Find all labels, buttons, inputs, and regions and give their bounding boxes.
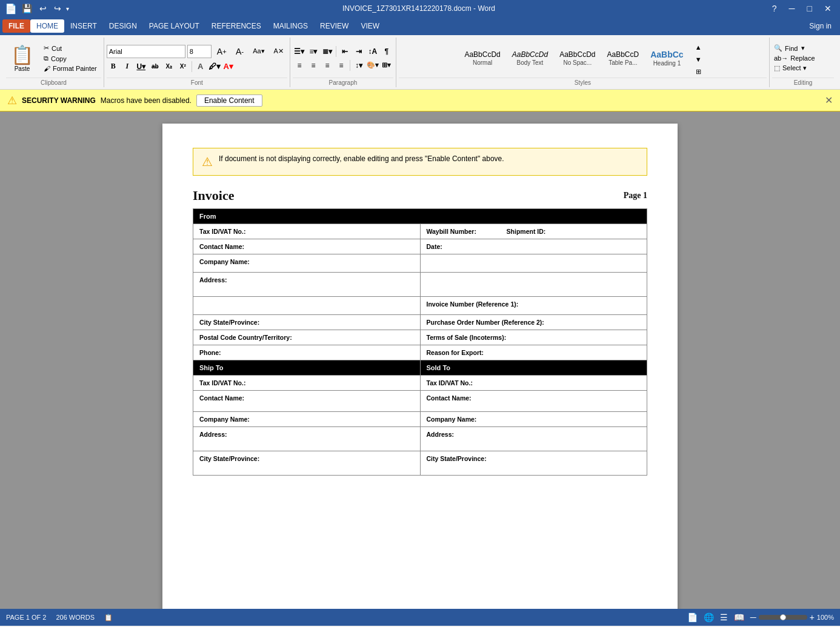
italic-button[interactable]: I — [121, 61, 134, 73]
minimize-button[interactable]: ─ — [785, 2, 799, 15]
copy-button[interactable]: ⧉ Copy — [42, 54, 99, 63]
title-bar: 📄 💾 ↩ ↪ ▾ INVOICE_1Z7301XR1412220178.doc… — [0, 0, 840, 17]
subscript-button[interactable]: X₂ — [162, 61, 176, 73]
enable-content-button[interactable]: Enable Content — [196, 95, 262, 107]
style-table-para[interactable]: AaBbCcD Table Pa... — [602, 48, 645, 68]
show-formatting-button[interactable]: ¶ — [380, 45, 393, 58]
bullets-button[interactable]: ☰▾ — [293, 45, 306, 58]
sold-contact: Contact Name: — [420, 391, 647, 412]
sort-button[interactable]: ↕A — [366, 45, 379, 58]
view-reading-icon[interactable]: 📖 — [734, 612, 744, 622]
divider3 — [350, 60, 350, 71]
close-button[interactable]: ✕ — [821, 2, 835, 15]
menu-page-layout[interactable]: PAGE LAYOUT — [143, 19, 205, 33]
replace-icon: ab→ — [774, 55, 788, 62]
align-center-button[interactable]: ≡ — [307, 59, 320, 71]
view-web-icon[interactable]: 🌐 — [704, 612, 714, 622]
from-invoice-num: Invoice Number (Reference 1): — [420, 297, 647, 315]
editing-group-label[interactable]: Editing — [772, 78, 834, 87]
paste-button[interactable]: 📋 Paste — [6, 42, 38, 75]
content-warning-text: If document is not displaying correctly,… — [219, 154, 504, 163]
font-color-button[interactable]: A▾ — [222, 61, 235, 73]
borders-button[interactable]: ⊞▾ — [380, 59, 393, 71]
menu-mailings[interactable]: MAILINGS — [267, 19, 314, 33]
style-normal[interactable]: AaBbCcDd Normal — [459, 48, 505, 68]
menu-home[interactable]: HOME — [30, 19, 64, 33]
zoom-slider[interactable] — [759, 615, 807, 620]
highlight-button[interactable]: 🖊▾ — [208, 61, 221, 73]
menu-view[interactable]: VIEW — [355, 19, 385, 33]
style-body-text[interactable]: AaBbCcDd Body Text — [507, 48, 553, 68]
strikethrough-button[interactable]: ab — [148, 61, 162, 73]
text-effects-button[interactable]: A — [194, 61, 207, 73]
menu-bar: FILE HOME INSERT DESIGN PAGE LAYOUT REFE… — [0, 17, 840, 35]
quick-access-undo[interactable]: ↩ — [37, 4, 49, 13]
change-case-button[interactable]: Aa▾ — [249, 45, 268, 58]
cut-button[interactable]: ✂ Cut — [42, 44, 99, 53]
zoom-control: ─ + 100% — [750, 612, 834, 622]
from-row-2: Contact Name: Date: — [193, 239, 647, 254]
zoom-in-button[interactable]: + — [810, 612, 815, 622]
content-warning-box: ⚠ If document is not displaying correctl… — [193, 148, 647, 176]
align-right-button[interactable]: ≡ — [321, 59, 334, 71]
multilevel-button[interactable]: ≣▾ — [321, 45, 334, 58]
replace-button[interactable]: ab→ Replace — [772, 54, 834, 62]
styles-group-label[interactable]: Styles — [399, 78, 767, 87]
font-group-label[interactable]: Font — [107, 78, 287, 87]
from-phone: Phone: — [193, 345, 421, 360]
restore-button[interactable]: □ — [804, 2, 816, 15]
justify-button[interactable]: ≡ — [335, 59, 348, 71]
from-company: Company Name: — [193, 254, 421, 273]
sign-in-button[interactable]: Sign in — [803, 19, 838, 33]
line-spacing-button[interactable]: ↕▾ — [352, 59, 365, 71]
shading-button[interactable]: 🎨▾ — [366, 59, 379, 71]
underline-button[interactable]: U▾ — [135, 61, 148, 73]
from-po-num: Purchase Order Number (Reference 2): — [420, 315, 647, 330]
from-right-empty1 — [420, 254, 647, 273]
align-left-button[interactable]: ≡ — [293, 59, 306, 71]
menu-design[interactable]: DESIGN — [103, 19, 143, 33]
help-button[interactable]: ? — [768, 2, 781, 15]
zoom-out-button[interactable]: ─ — [750, 612, 756, 622]
styles-expand[interactable]: ⊞ — [692, 65, 705, 78]
decrease-font-button[interactable]: A- — [232, 44, 247, 59]
style-heading1[interactable]: AaBbCc Heading 1 — [645, 47, 688, 69]
style-no-spacing[interactable]: AaBbCcDd No Spac... — [554, 48, 601, 68]
document-check-icon[interactable]: 📋 — [104, 614, 113, 622]
invoice-table: From Tax ID/VAT No.: Waybill Number: Shi… — [193, 208, 647, 476]
styles-scroll-down[interactable]: ▼ — [692, 53, 705, 65]
security-message: Macros have been disabled. — [101, 96, 192, 105]
menu-references[interactable]: REFERENCES — [205, 19, 267, 33]
view-outline-icon[interactable]: ☰ — [720, 612, 728, 622]
ship-company: Company Name: — [193, 412, 421, 427]
security-warning-bar: ⚠ SECURITY WARNING Macros have been disa… — [0, 90, 840, 111]
select-button[interactable]: ⬚ Select ▾ — [772, 64, 834, 73]
paragraph-group-label[interactable]: Paragraph — [293, 78, 393, 87]
font-size-input[interactable] — [187, 45, 212, 58]
ribbon: 📋 Paste ✂ Cut ⧉ Copy 🖌 Format Painter — [0, 35, 840, 90]
find-button[interactable]: 🔍 Find ▾ — [772, 44, 834, 53]
document-area[interactable]: ⚠ If document is not displaying correctl… — [0, 111, 840, 609]
ship-row-1: Tax ID/VAT No.: Tax ID/VAT No.: — [193, 376, 647, 391]
clear-formatting-button[interactable]: A✕ — [270, 45, 287, 58]
increase-indent-button[interactable]: ⇥ — [352, 45, 365, 58]
menu-review[interactable]: REVIEW — [314, 19, 355, 33]
bold-button[interactable]: B — [107, 61, 120, 73]
menu-file[interactable]: FILE — [2, 19, 30, 33]
superscript-button[interactable]: X² — [176, 61, 190, 73]
ship-address: Address: — [193, 427, 421, 451]
view-normal-icon[interactable]: 📄 — [687, 612, 698, 622]
clipboard-group-label[interactable]: Clipboard — [6, 78, 101, 87]
decrease-indent-button[interactable]: ⇤ — [338, 45, 352, 58]
warning-close-button[interactable]: ✕ — [825, 95, 833, 106]
styles-scroll-up[interactable]: ▲ — [692, 41, 705, 53]
quick-access-redo[interactable]: ↪ — [52, 4, 64, 13]
increase-font-button[interactable]: A+ — [213, 44, 230, 59]
font-name-input[interactable] — [107, 45, 185, 58]
numbering-button[interactable]: ≡▾ — [307, 45, 320, 58]
ship-row-2: Contact Name: Contact Name: — [193, 391, 647, 412]
word-count: 206 WORDS — [56, 614, 95, 621]
quick-access-save[interactable]: 💾 — [19, 4, 35, 13]
menu-insert[interactable]: INSERT — [64, 19, 103, 33]
format-painter-button[interactable]: 🖌 Format Painter — [42, 64, 99, 73]
